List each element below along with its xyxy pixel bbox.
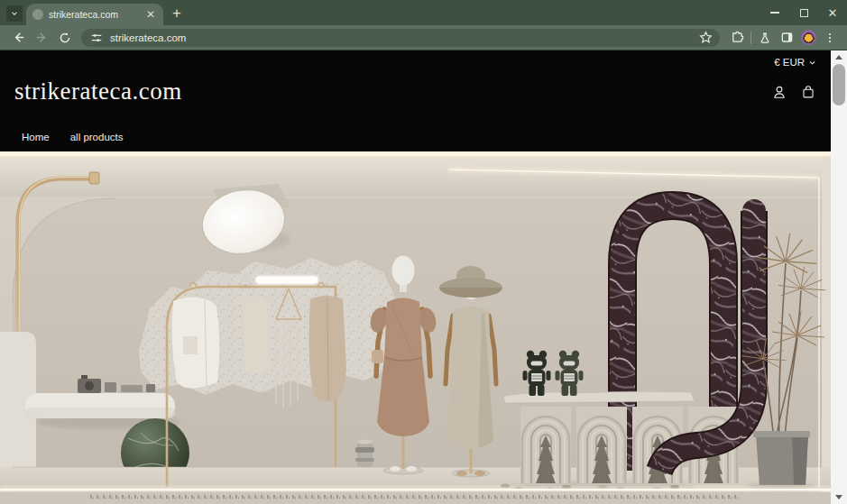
nav-home[interactable]: Home bbox=[22, 132, 50, 142]
browser-toolbar: strikerateca.com bbox=[0, 25, 847, 50]
tab-close-icon[interactable]: ✕ bbox=[144, 8, 157, 21]
site-logo[interactable]: strikerateca.com bbox=[14, 78, 182, 105]
currency-selector[interactable]: € EUR bbox=[774, 57, 816, 68]
url-text: strikerateca.com bbox=[110, 32, 186, 43]
browser-tab[interactable]: strikerateca.com ✕ bbox=[26, 4, 163, 25]
tab-search-button[interactable] bbox=[6, 5, 23, 22]
page-scrollbar[interactable] bbox=[831, 50, 847, 504]
toolbar-divider bbox=[750, 32, 751, 44]
labs-flask-icon[interactable] bbox=[754, 27, 776, 49]
bookmark-star-icon[interactable] bbox=[695, 27, 716, 49]
menu-kebab-icon[interactable] bbox=[819, 27, 841, 49]
minimize-button[interactable] bbox=[760, 0, 789, 25]
chevron-down-icon bbox=[10, 9, 19, 18]
tab-title: strikerateca.com bbox=[49, 9, 139, 20]
page-viewport: € EUR strikerateca.com Home all products bbox=[0, 50, 847, 504]
back-button[interactable] bbox=[6, 27, 30, 49]
profile-avatar[interactable] bbox=[797, 27, 819, 49]
scrollbar-thumb[interactable] bbox=[833, 64, 845, 105]
minimize-icon bbox=[770, 12, 779, 14]
reload-button[interactable] bbox=[53, 27, 77, 49]
hero-banner bbox=[0, 151, 831, 504]
forward-button[interactable] bbox=[30, 27, 53, 49]
shopping-bag-icon bbox=[799, 83, 817, 101]
extensions-icon[interactable] bbox=[726, 27, 748, 49]
chevron-down-icon bbox=[808, 59, 816, 67]
scroll-up-icon bbox=[835, 55, 842, 60]
browser-window: strikerateca.com ✕ + ✕ strikerateca.com bbox=[0, 0, 847, 504]
close-button[interactable]: ✕ bbox=[818, 0, 847, 25]
tab-favicon-icon bbox=[32, 9, 43, 20]
person-icon bbox=[770, 83, 788, 101]
scroll-down-button[interactable] bbox=[831, 490, 847, 504]
back-icon bbox=[12, 31, 25, 44]
maximize-icon bbox=[800, 9, 808, 17]
currency-label: € EUR bbox=[774, 57, 805, 68]
maximize-button[interactable] bbox=[789, 0, 818, 25]
hero-image bbox=[0, 151, 831, 504]
side-panel-icon[interactable] bbox=[776, 27, 797, 49]
avatar-image bbox=[801, 30, 816, 45]
site-info-icon[interactable] bbox=[90, 32, 103, 44]
account-button[interactable] bbox=[769, 82, 789, 102]
header-icons bbox=[769, 82, 818, 102]
forward-icon bbox=[35, 31, 49, 44]
nav-all-products[interactable]: all products bbox=[70, 132, 124, 142]
new-tab-button[interactable]: + bbox=[172, 5, 181, 21]
address-bar[interactable]: strikerateca.com bbox=[81, 29, 720, 47]
main-nav: Home all products bbox=[22, 132, 124, 142]
site-header: € EUR strikerateca.com Home all products bbox=[0, 50, 831, 151]
window-controls: ✕ bbox=[760, 0, 847, 25]
cart-button[interactable] bbox=[798, 82, 818, 102]
page-content: € EUR strikerateca.com Home all products bbox=[0, 50, 831, 504]
scroll-down-icon bbox=[835, 495, 842, 499]
reload-icon bbox=[59, 32, 71, 44]
tab-strip: strikerateca.com ✕ + ✕ bbox=[0, 0, 847, 25]
scroll-up-button[interactable] bbox=[831, 50, 847, 64]
